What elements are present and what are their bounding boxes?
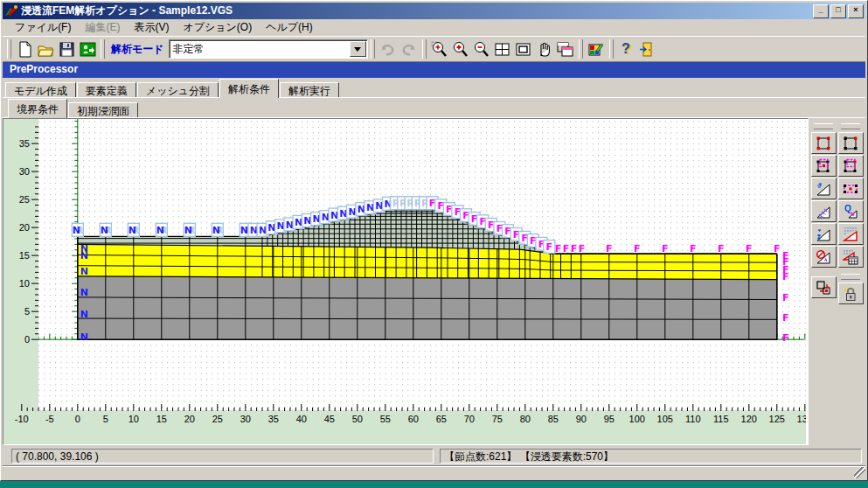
svg-text:110: 110 <box>685 414 701 424</box>
close-button[interactable]: × <box>848 4 864 18</box>
rainfall-boundary-button[interactable] <box>838 223 864 245</box>
tab-mesh-divide[interactable]: メッシュ分割 <box>137 82 219 98</box>
rainfall-table-button[interactable] <box>838 246 864 268</box>
tool-column-gripper[interactable] <box>841 274 860 280</box>
head-flux-boundary-button[interactable] <box>811 223 837 245</box>
help-icon: ?? <box>618 41 635 58</box>
new-file-button[interactable] <box>14 38 35 59</box>
tool-column-gripper[interactable] <box>814 123 833 129</box>
svg-text:115: 115 <box>713 414 729 424</box>
zoom-window-icon <box>515 41 531 58</box>
svg-text:0: 0 <box>75 414 80 424</box>
select-rect-button[interactable] <box>811 132 837 154</box>
svg-text:65: 65 <box>436 414 447 424</box>
tab-model-create[interactable]: モデル作成 <box>5 82 76 98</box>
tool-column-left <box>811 122 837 445</box>
svg-text:75: 75 <box>492 414 503 424</box>
analysis-mode-value: 非定常 <box>170 42 350 57</box>
select-add-rect-alt-button[interactable] <box>838 155 864 177</box>
tab-initial-phreatic-surface[interactable]: 初期浸潤面 <box>68 102 138 118</box>
swap-selection-button[interactable] <box>811 276 837 298</box>
window-title: 浸透流FEM解析オプション - Sample12.VGS <box>21 3 811 18</box>
redo-icon <box>400 41 417 58</box>
minimize-button[interactable]: _ <box>813 4 829 18</box>
exit-button[interactable] <box>637 38 658 59</box>
svg-text:20: 20 <box>19 222 30 233</box>
redraw-window-button[interactable] <box>555 38 576 59</box>
toolbar-gripper[interactable] <box>101 39 105 59</box>
help-button[interactable]: ?? <box>616 38 637 59</box>
open-folder-icon <box>38 41 54 58</box>
maximize-button[interactable]: □ <box>830 4 846 18</box>
pan-button[interactable] <box>534 38 555 59</box>
svg-text:85: 85 <box>548 414 559 424</box>
svg-text:N: N <box>184 225 192 236</box>
tab-element-define[interactable]: 要素定義 <box>77 82 136 98</box>
flux-boundary-button[interactable] <box>811 200 837 222</box>
desktop-background <box>0 481 868 488</box>
analysis-mode-label: 解析モード <box>111 42 164 57</box>
display-settings-button[interactable] <box>586 38 607 59</box>
rainfall-icon <box>843 227 858 242</box>
tab-analysis-run[interactable]: 解析実行 <box>280 82 339 98</box>
menu-file[interactable]: ファイル(F) <box>8 19 78 36</box>
tool-column-gripper[interactable] <box>841 123 860 129</box>
tab-analysis-conditions[interactable]: 解析条件 <box>219 79 279 98</box>
section-header: PreProcessor <box>3 62 865 78</box>
svg-text:F: F <box>546 241 553 253</box>
zoom-in-button[interactable] <box>450 38 471 59</box>
svg-text:F: F <box>579 243 586 254</box>
select-add-rect-alt-icon <box>843 158 858 174</box>
svg-text:15: 15 <box>156 414 167 424</box>
save-file-button[interactable] <box>56 38 77 59</box>
menu-view[interactable]: 表示(V) <box>127 19 176 36</box>
select-rect-icon <box>816 136 831 151</box>
remove-boundary-icon <box>816 249 831 265</box>
svg-text:F: F <box>774 243 781 254</box>
head-boundary-button[interactable] <box>811 178 837 199</box>
toolbar-gripper[interactable] <box>609 39 614 59</box>
menu-help[interactable]: ヘルプ(H) <box>259 19 320 36</box>
select-rect-alt-button[interactable] <box>838 132 864 154</box>
open-file-button[interactable] <box>35 38 56 59</box>
lock-button[interactable] <box>838 282 864 304</box>
zoom-select-icon <box>431 41 448 58</box>
model-counts: 【節点数:621】 【浸透要素数:570】 <box>440 449 862 464</box>
remove-boundary-button[interactable] <box>811 246 837 268</box>
toolbar-gripper[interactable] <box>7 39 11 59</box>
mesh-drawing: RNRNRNRNRNRNRNNNNNNNNNNNNNNNNNRRRRRFFFFF… <box>3 119 806 444</box>
mesh-canvas[interactable]: RNRNRNRNRNRNRNNNNNNNNNNNNNNNNNRRRRRFFFFF… <box>3 118 809 445</box>
svg-text:45: 45 <box>324 414 335 424</box>
redraw-window-icon <box>557 41 573 58</box>
toolbar-gripper[interactable] <box>422 39 427 59</box>
resize-grip[interactable] <box>854 467 865 478</box>
svg-text:-10: -10 <box>15 414 29 424</box>
analysis-mode-combobox[interactable]: 非定常 <box>169 39 368 59</box>
pan-hand-icon <box>536 41 552 58</box>
svg-text:35: 35 <box>19 138 30 149</box>
menu-options[interactable]: オプション(O) <box>176 19 259 36</box>
select-region-button[interactable] <box>838 178 864 199</box>
svg-text:100: 100 <box>629 414 645 424</box>
svg-text:F: F <box>782 292 789 303</box>
chevron-down-icon[interactable] <box>350 41 366 57</box>
select-add-rect-button[interactable] <box>811 155 837 177</box>
toolbar-gripper[interactable] <box>579 39 583 59</box>
workspace: RNRNRNRNRNRNRNNNNNNNNNNNNNNNNNRRRRRFFFFF… <box>3 118 865 445</box>
zoom-fit-button[interactable] <box>492 38 513 59</box>
title-bar[interactable]: 浸透流FEM解析オプション - Sample12.VGS _ □ × <box>3 3 865 19</box>
svg-text:55: 55 <box>380 414 391 424</box>
zoom-out-button[interactable] <box>471 38 492 59</box>
import-data-button[interactable] <box>77 38 98 59</box>
toolbar-gripper[interactable] <box>371 39 375 59</box>
zoom-window-button[interactable] <box>513 38 534 59</box>
flow-rate-boundary-button[interactable]: Q <box>838 200 864 222</box>
status-bar: ( 70.800, 39.106 ) 【節点数:621】 【浸透要素数:570】 <box>3 445 865 465</box>
svg-text:F: F <box>782 271 789 282</box>
svg-text:30: 30 <box>240 414 251 424</box>
tab-boundary-conditions[interactable]: 境界条件 <box>8 99 67 118</box>
import-data-icon <box>80 41 96 58</box>
svg-text:Q: Q <box>844 204 851 213</box>
svg-text:F: F <box>690 243 697 254</box>
zoom-select-button[interactable] <box>429 38 450 59</box>
